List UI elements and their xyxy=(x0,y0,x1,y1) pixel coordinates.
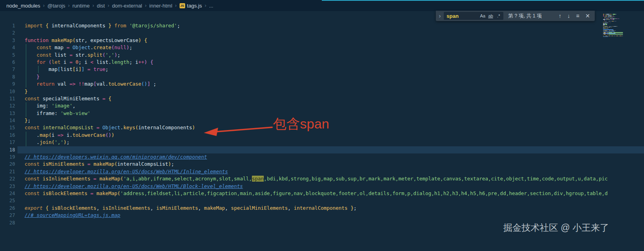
code-line-1[interactable]: 1import { internalComponents } from '@ta… xyxy=(0,22,644,29)
find-widget: › span Aaab.* 第 ? 项, 共 1 项 ↑ ↓ ≡ ✕ xyxy=(436,11,595,21)
code-text: .join(','); xyxy=(25,139,70,146)
line-number[interactable]: 17 xyxy=(0,139,15,146)
js-file-icon: JS xyxy=(180,3,185,8)
line-number[interactable]: 5 xyxy=(0,52,15,59)
chevron-right-icon: › xyxy=(205,3,206,8)
code-text: export { isBlockElements, isInlineElemen… xyxy=(25,205,356,212)
find-collapse-chevron-icon[interactable]: › xyxy=(436,13,444,19)
breadcrumb-item-dom-external[interactable]: dom-external xyxy=(112,3,142,9)
line-number[interactable]: 23 xyxy=(0,183,15,190)
line-number[interactable]: 11 xyxy=(0,95,15,102)
breadcrumb-item-runtime[interactable]: runtime xyxy=(72,3,89,9)
find-query-text[interactable]: span xyxy=(444,13,480,19)
find-search-input[interactable]: span Aaab.* xyxy=(444,12,503,20)
line-number[interactable]: 15 xyxy=(0,124,15,131)
line-number[interactable]: 4 xyxy=(0,44,15,51)
code-text: const specialMiniElements = { xyxy=(25,95,111,102)
breadcrumb-item-[interactable]: ... xyxy=(209,3,213,9)
match-case-toggle-icon[interactable]: Aa xyxy=(480,13,486,18)
find-actions: ↑ ↓ ≡ ✕ xyxy=(559,13,595,19)
code-line-3[interactable]: 3function makeMap(str, expectsLowerCase)… xyxy=(0,37,644,44)
code-text: }; xyxy=(25,117,31,124)
editor-top-accent-line xyxy=(322,0,644,1)
code-text: import { internalComponents } from '@tar… xyxy=(25,22,180,29)
code-line-18[interactable]: 18 xyxy=(0,146,644,153)
code-text: } xyxy=(25,73,40,80)
line-number[interactable]: 20 xyxy=(0,161,15,168)
whole-word-toggle-icon[interactable]: ab xyxy=(487,13,494,18)
code-line-5[interactable]: 5 const list = str.split(','); xyxy=(0,52,644,59)
code-line-23[interactable]: 23// https://developer.mozilla.org/en-US… xyxy=(0,183,644,190)
code-text: // https://developer.mozilla.org/en-US/d… xyxy=(25,183,243,190)
previous-match-icon[interactable]: ↑ xyxy=(559,13,561,19)
code-line-6[interactable]: 6 for (let i = 0; i < list.length; i++) … xyxy=(0,59,644,66)
code-line-19[interactable]: 19// https://developers.weixin.qq.com/mi… xyxy=(0,153,644,161)
code-line-27[interactable]: 27//# sourceMappingURL=tags.js.map xyxy=(0,212,644,219)
line-number[interactable]: 19 xyxy=(0,153,15,161)
breadcrumb-item-tags-js[interactable]: JStags.js xyxy=(180,3,202,9)
line-number[interactable]: 2 xyxy=(0,29,15,36)
line-number[interactable]: 6 xyxy=(0,59,15,66)
line-number[interactable]: 28 xyxy=(0,219,15,226)
code-text: const isInlineElements = makeMap('a,i,ab… xyxy=(25,175,608,182)
code-line-20[interactable]: 20const isMiniElements = makeMap(interna… xyxy=(0,161,644,168)
code-text: function makeMap(str, expectsLowerCase) … xyxy=(25,37,147,44)
code-text: const map = Object.create(null); xyxy=(25,44,132,51)
line-number[interactable]: 1 xyxy=(0,22,15,29)
line-number[interactable]: 10 xyxy=(0,88,15,95)
code-line-2[interactable]: 2 xyxy=(0,29,644,36)
minimap[interactable] xyxy=(603,14,623,38)
line-number[interactable]: 14 xyxy=(0,117,15,124)
code-text: // https://developer.mozilla.org/en-US/d… xyxy=(25,168,228,175)
line-number[interactable]: 7 xyxy=(0,66,15,73)
line-number[interactable]: 13 xyxy=(0,110,15,117)
breadcrumb: node_modules›@tarojs›runtime›dist›dom-ex… xyxy=(0,0,644,11)
line-number[interactable]: 26 xyxy=(0,205,15,212)
code-line-17[interactable]: 17 .join(','); xyxy=(0,139,644,146)
line-number[interactable]: 22 xyxy=(0,175,15,182)
code-text: // https://developers.weixin.qq.com/mini… xyxy=(25,153,207,161)
code-line-7[interactable]: 7 map[list[i]] = true; xyxy=(0,66,644,73)
find-in-selection-icon[interactable]: ≡ xyxy=(576,13,579,19)
code-line-10[interactable]: 10} xyxy=(0,88,644,95)
code-text: const isMiniElements = makeMap(internalC… xyxy=(25,161,174,168)
line-number[interactable]: 21 xyxy=(0,168,15,175)
watermark-text: 掘金技术社区 @ 小王来了 xyxy=(503,222,609,234)
line-number[interactable]: 18 xyxy=(0,146,15,153)
line-number[interactable]: 8 xyxy=(0,73,15,80)
code-line-26[interactable]: 26export { isBlockElements, isInlineElem… xyxy=(0,205,644,212)
find-results-count: 第 ? 项, 共 1 项 xyxy=(508,13,542,19)
line-number[interactable]: 12 xyxy=(0,102,15,109)
code-line-12[interactable]: 12 img: 'image', xyxy=(0,102,644,109)
code-text: const list = str.split(','); xyxy=(25,52,120,59)
breadcrumb-item-dist[interactable]: dist xyxy=(97,3,105,9)
line-number[interactable]: 16 xyxy=(0,132,15,139)
annotation-arrow-icon xyxy=(201,121,276,138)
code-line-8[interactable]: 8 } xyxy=(0,73,644,80)
vscode-editor-window: node_modules›@tarojs›runtime›dist›dom-ex… xyxy=(0,0,644,251)
code-text: img: 'image', xyxy=(25,102,75,109)
breadcrumb-item-inner-html[interactable]: inner-html xyxy=(149,3,172,9)
line-number[interactable]: 24 xyxy=(0,190,15,197)
code-line-9[interactable]: 9 return val => !!map[val.toLowerCase()]… xyxy=(0,80,644,88)
chevron-right-icon: › xyxy=(108,3,109,8)
regex-toggle-icon[interactable]: .* xyxy=(495,13,502,18)
breadcrumb-item-tarojs[interactable]: @tarojs xyxy=(47,3,65,9)
next-match-icon[interactable]: ↓ xyxy=(567,13,570,19)
code-line-11[interactable]: 11const specialMiniElements = { xyxy=(0,95,644,102)
chevron-right-icon: › xyxy=(68,3,70,8)
close-icon[interactable]: ✕ xyxy=(585,13,590,19)
code-line-25[interactable]: 25 xyxy=(0,197,644,204)
code-line-22[interactable]: 22const isInlineElements = makeMap('a,i,… xyxy=(0,175,644,182)
code-text: const internalCompsList = Object.keys(in… xyxy=(25,124,195,131)
line-number[interactable]: 25 xyxy=(0,197,15,204)
breadcrumb-item-node-modules[interactable]: node_modules xyxy=(6,3,40,9)
code-line-24[interactable]: 24const isBlockElements = makeMap('addre… xyxy=(0,190,644,197)
code-line-4[interactable]: 4 const map = Object.create(null); xyxy=(0,44,644,51)
line-number[interactable]: 9 xyxy=(0,80,15,88)
code-line-16[interactable]: 16 .map(i => i.toLowerCase()) xyxy=(0,132,644,139)
code-line-21[interactable]: 21// https://developer.mozilla.org/en-US… xyxy=(0,168,644,175)
line-number[interactable]: 27 xyxy=(0,212,15,219)
line-number[interactable]: 3 xyxy=(0,37,15,44)
code-text: } xyxy=(25,88,28,95)
